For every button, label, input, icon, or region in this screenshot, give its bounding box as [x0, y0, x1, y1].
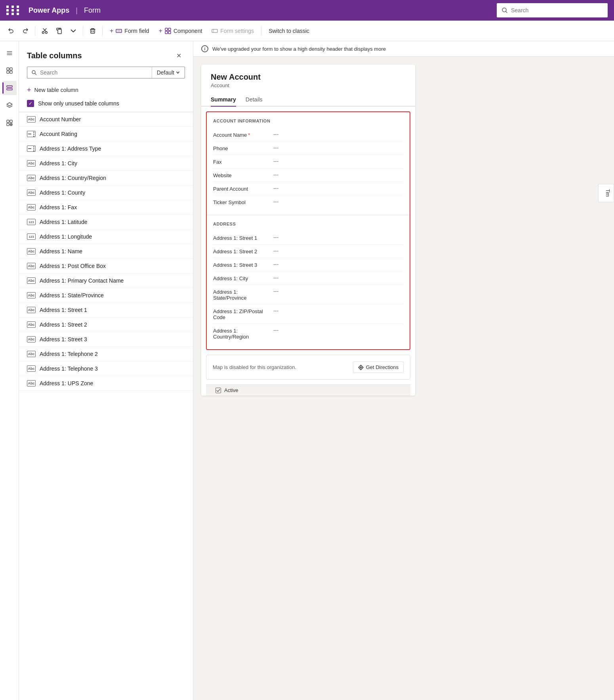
svg-rect-14 [168, 28, 171, 31]
svg-rect-30 [7, 123, 9, 126]
show-unused-checkbox[interactable] [27, 100, 34, 107]
column-label: Account Number [40, 116, 81, 122]
nav-form-label: Form [84, 6, 101, 15]
form-row: Account Name*--- [213, 128, 403, 142]
sidebar-grid-button[interactable] [2, 63, 17, 78]
list-item[interactable]: AbcAddress 1: City [19, 156, 193, 171]
list-item[interactable]: Address 1: Address Type [19, 142, 193, 156]
field-label: Ticker Symbol [213, 199, 269, 205]
info-bar: i We've upgraded your form to show a hig… [193, 41, 614, 57]
svg-rect-22 [7, 68, 9, 70]
paste-icon [56, 28, 62, 34]
form-tabs: Summary Details [201, 93, 415, 107]
field-value[interactable]: --- [273, 172, 403, 178]
list-item[interactable]: AbcAddress 1: Post Office Box [19, 259, 193, 273]
sidebar-components-button[interactable] [2, 116, 17, 130]
form-row: Address 1: ZIP/Postal Code--- [213, 304, 403, 324]
tab-summary[interactable]: Summary [211, 93, 236, 107]
list-item[interactable]: AbcAddress 1: Fax [19, 200, 193, 215]
field-label: Address 1: Country/Region [213, 327, 269, 340]
apps-grid-icon[interactable] [6, 6, 21, 15]
switch-to-classic-button[interactable]: Switch to classic [265, 25, 313, 36]
field-label: Website [213, 172, 269, 178]
search-input[interactable] [511, 7, 603, 13]
add-component-button[interactable]: Component [155, 25, 206, 37]
list-item[interactable]: AbcAddress 1: Telephone 2 [19, 347, 193, 361]
field-label: Fax [213, 158, 269, 165]
list-item[interactable]: AbcAddress 1: Street 3 [19, 332, 193, 347]
list-item[interactable]: AbcAddress 1: Country/Region [19, 171, 193, 186]
abc-icon: Abc [27, 336, 36, 342]
get-directions-button[interactable]: Get Directions [353, 361, 404, 373]
form-body: ACCOUNT INFORMATIONAccount Name*---Phone… [206, 111, 410, 350]
list-item[interactable]: AbcAddress 1: Telephone 3 [19, 361, 193, 376]
column-label: Address 1: Name [40, 248, 82, 254]
field-value[interactable]: --- [273, 327, 403, 333]
form-subtitle: Account [211, 82, 406, 88]
search-box[interactable] [497, 3, 608, 17]
list-item[interactable]: AbcAddress 1: County [19, 186, 193, 200]
sidebar-icons [0, 41, 19, 700]
form-title: New Account [211, 73, 406, 82]
map-section: Map is disabled for this organization. G… [206, 355, 410, 380]
field-value[interactable]: --- [273, 158, 403, 164]
new-column-label: New table column [34, 87, 78, 93]
svg-rect-15 [165, 31, 168, 34]
sidebar-layers-button[interactable] [2, 98, 17, 113]
redo-button[interactable] [19, 25, 32, 36]
cut-button[interactable] [38, 25, 51, 36]
field-value[interactable]: --- [273, 145, 403, 151]
list-item[interactable]: AbcAddress 1: Street 2 [19, 317, 193, 332]
form-section: ADDRESSAddress 1: Street 1---Address 1: … [207, 215, 410, 349]
list-item[interactable]: AbcAddress 1: Street 1 [19, 303, 193, 317]
field-value[interactable]: --- [273, 308, 403, 314]
field-value[interactable]: --- [273, 185, 403, 191]
field-value[interactable]: --- [273, 288, 403, 294]
add-form-field-button[interactable]: Form field [106, 25, 153, 37]
column-search-input[interactable] [40, 69, 148, 76]
undo-icon [8, 28, 14, 34]
field-value[interactable]: --- [273, 261, 403, 267]
panel-close-button[interactable]: ✕ [172, 49, 185, 62]
delete-button[interactable] [86, 25, 99, 36]
field-value[interactable]: --- [273, 248, 403, 254]
list-item[interactable]: AbcAccount Number [19, 112, 193, 127]
abc-icon: Abc [27, 321, 36, 328]
tab-details[interactable]: Details [246, 93, 263, 107]
list-item[interactable]: 123Address 1: Latitude [19, 215, 193, 230]
redo-icon [22, 28, 29, 34]
list-item[interactable]: AbcAddress 1: Primary Contact Name [19, 273, 193, 288]
list-item[interactable]: Account Rating [19, 127, 193, 142]
column-label: Address 1: County [40, 189, 85, 196]
form-settings-button[interactable]: Form settings [208, 25, 258, 36]
components-icon [6, 120, 13, 126]
dropdown-button[interactable] [67, 25, 80, 36]
field-value[interactable]: --- [273, 199, 403, 205]
form-header: New Account Account [201, 65, 415, 93]
form-section: ACCOUNT INFORMATIONAccount Name*---Phone… [207, 112, 410, 215]
field-label: Address 1: Street 3 [213, 261, 269, 268]
list-item[interactable]: AbcAddress 1: State/Province [19, 288, 193, 303]
section-title: ADDRESS [213, 222, 403, 226]
field-label: Address 1: State/Province [213, 288, 269, 301]
list-item[interactable]: 123Address 1: Longitude [19, 230, 193, 244]
field-value[interactable]: --- [273, 131, 403, 137]
undo-button[interactable] [5, 25, 17, 36]
sidebar-fields-button[interactable] [2, 81, 17, 95]
paste-button[interactable] [53, 25, 65, 36]
num-icon: 123 [27, 219, 36, 225]
field-value[interactable]: --- [273, 275, 403, 281]
directions-icon [358, 365, 364, 370]
list-item[interactable]: AbcAddress 1: Name [19, 244, 193, 259]
show-unused-checkbox-row[interactable]: Show only unused table columns [19, 97, 193, 112]
field-value[interactable]: --- [273, 234, 403, 240]
side-panel-tab[interactable]: Tim [598, 184, 614, 202]
svg-rect-26 [7, 86, 12, 87]
sidebar-menu-button[interactable] [2, 46, 17, 60]
list-item[interactable]: AbcAddress 1: UPS Zone [19, 376, 193, 391]
get-directions-label: Get Directions [366, 364, 399, 370]
form-row: Website--- [213, 168, 403, 182]
new-table-column-button[interactable]: + New table column [19, 83, 193, 97]
form-row: Address 1: State/Province--- [213, 285, 403, 304]
panel-filter-dropdown[interactable]: Default [152, 67, 185, 78]
